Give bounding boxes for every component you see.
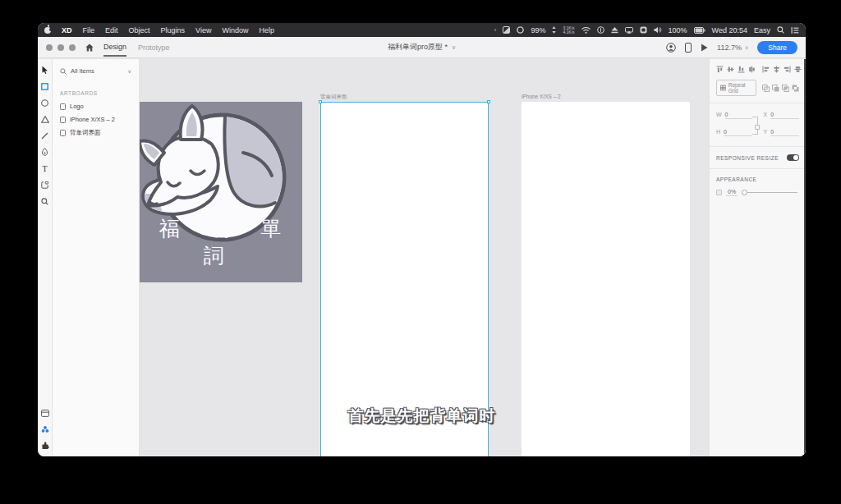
opacity-slider-knob[interactable] bbox=[742, 190, 747, 195]
opacity-slider[interactable] bbox=[742, 189, 799, 196]
select-tool-icon[interactable] bbox=[41, 66, 49, 74]
search-icon bbox=[60, 68, 67, 75]
layers-item-logo[interactable]: Logo bbox=[60, 103, 131, 110]
chevron-down-icon: ∨ bbox=[745, 44, 748, 50]
input-source-label[interactable]: Easy bbox=[754, 26, 770, 34]
net-down-text: 4.1K/s bbox=[563, 30, 574, 34]
airplay-display-icon[interactable] bbox=[625, 27, 633, 34]
chevron-down-icon: ∨ bbox=[128, 68, 131, 74]
battery-percent-text[interactable]: 99% bbox=[531, 26, 545, 34]
menu-app-name[interactable]: XD bbox=[62, 26, 72, 34]
repeat-grid-button[interactable]: Repeat Grid bbox=[716, 80, 756, 96]
screenshot-app-icon[interactable] bbox=[640, 26, 647, 34]
boolean-add-icon[interactable] bbox=[762, 85, 770, 92]
tools-toolbar: T bbox=[38, 59, 53, 456]
artboard-iphone[interactable] bbox=[522, 102, 690, 456]
menu-plugins[interactable]: Plugins bbox=[161, 26, 186, 34]
artboard-beidanci[interactable] bbox=[320, 102, 489, 456]
property-inspector: Repeat Grid W 0 X 0 bbox=[709, 59, 806, 456]
layers-item-iphone[interactable]: iPhone X/XS – 2 bbox=[60, 116, 131, 123]
circle-status-icon[interactable] bbox=[517, 26, 524, 34]
menubar-chevron-icon[interactable]: ‹ bbox=[494, 26, 497, 34]
polygon-tool-icon[interactable] bbox=[41, 115, 49, 123]
play-preview-icon[interactable] bbox=[701, 44, 708, 52]
align-bottom-icon[interactable] bbox=[738, 66, 745, 73]
layers-item-beidanci[interactable]: 背单词界面 bbox=[60, 129, 131, 137]
battery-icon[interactable] bbox=[694, 27, 705, 34]
align-right-icon[interactable] bbox=[784, 66, 791, 73]
zoom-tool-icon[interactable] bbox=[41, 197, 49, 205]
battery-percent-2-text: 100% bbox=[669, 26, 687, 34]
artboard-tool-icon[interactable] bbox=[41, 181, 49, 189]
video-subtitle: 首先是先把背单词时 bbox=[348, 405, 496, 427]
menu-file[interactable]: File bbox=[83, 26, 95, 34]
document-title[interactable]: 福利单词pro原型 * ∨ bbox=[388, 42, 456, 53]
layers-filter[interactable]: All Items ∨ bbox=[60, 67, 131, 82]
align-left-icon[interactable] bbox=[762, 66, 770, 73]
artboard-label-iphone[interactable]: iPhone X/XS – 2 bbox=[522, 94, 561, 99]
plugins-icon[interactable] bbox=[41, 442, 49, 450]
spotlight-search-icon[interactable] bbox=[777, 26, 784, 34]
lock-aspect-icon[interactable] bbox=[752, 117, 758, 135]
menu-edit[interactable]: Edit bbox=[105, 26, 118, 34]
menubar-clock[interactable]: Wed 20:54 bbox=[712, 26, 747, 34]
menu-help[interactable]: Help bbox=[259, 26, 274, 34]
height-field[interactable]: H 0 bbox=[716, 129, 752, 136]
apple-menu-icon[interactable] bbox=[44, 27, 51, 34]
volume-icon[interactable] bbox=[654, 26, 662, 34]
opacity-value[interactable]: 0% bbox=[726, 189, 738, 196]
width-field[interactable]: W 0 bbox=[716, 112, 752, 119]
artboard-label-beidanci[interactable]: 背单词界面 bbox=[320, 94, 347, 101]
responsive-resize-toggle[interactable] bbox=[787, 154, 799, 161]
boolean-exclude-icon[interactable] bbox=[792, 85, 799, 92]
wifi-icon[interactable] bbox=[581, 27, 591, 34]
artboards-section-label: ARTBOARDS bbox=[60, 90, 131, 96]
align-middle-icon[interactable] bbox=[727, 66, 734, 73]
mac-screen: XD File Edit Object Plugins View Window … bbox=[38, 23, 806, 456]
distribute-vertical-icon[interactable] bbox=[748, 66, 756, 73]
menu-view[interactable]: View bbox=[195, 26, 211, 34]
libraries-icon[interactable] bbox=[41, 425, 49, 433]
rectangle-tool-icon[interactable] bbox=[41, 82, 49, 90]
ellipse-tool-icon[interactable] bbox=[41, 99, 49, 107]
line-tool-icon[interactable] bbox=[41, 131, 49, 140]
boolean-subtract-icon[interactable] bbox=[772, 85, 779, 92]
artboard-icon bbox=[60, 103, 66, 110]
panel-scrollbar[interactable] bbox=[804, 59, 806, 456]
home-icon[interactable] bbox=[85, 44, 94, 52]
tab-design[interactable]: Design bbox=[103, 38, 126, 57]
menu-window[interactable]: Window bbox=[222, 26, 248, 34]
screen-split-icon[interactable] bbox=[503, 26, 510, 34]
opacity-swatch-icon[interactable] bbox=[716, 190, 722, 195]
window-controls bbox=[46, 44, 76, 51]
text-tool-icon[interactable]: T bbox=[41, 164, 49, 172]
alignment-toolbar bbox=[710, 59, 806, 78]
transform-section: W 0 X 0 H 0 Y 0 bbox=[710, 103, 806, 147]
design-canvas[interactable]: 福 利 單 詞 背单词界面 iPhone X/XS – 2 bbox=[140, 59, 709, 456]
eject-icon[interactable] bbox=[611, 27, 618, 34]
info-circle-icon[interactable] bbox=[597, 26, 604, 34]
resize-handle[interactable] bbox=[487, 100, 490, 103]
network-speed[interactable]: 3.1K/s 4.1K/s bbox=[563, 26, 574, 34]
x-field[interactable]: X 0 bbox=[764, 112, 800, 119]
y-field[interactable]: Y 0 bbox=[764, 129, 800, 136]
align-center-icon[interactable] bbox=[773, 66, 780, 73]
share-button[interactable]: Share bbox=[757, 41, 797, 54]
xd-title-bar: Design Prototype 福利单词pro原型 * ∨ 112.7% ∨ … bbox=[38, 37, 806, 58]
menubar-list-icon[interactable] bbox=[791, 27, 799, 34]
align-top-icon[interactable] bbox=[716, 66, 724, 73]
layers-panel-icon[interactable] bbox=[41, 409, 49, 417]
artboard-logo[interactable]: 福 利 單 詞 bbox=[140, 102, 302, 282]
device-preview-icon[interactable] bbox=[685, 43, 692, 53]
close-window-button[interactable] bbox=[46, 44, 53, 51]
menu-object[interactable]: Object bbox=[129, 26, 150, 34]
tab-prototype[interactable]: Prototype bbox=[138, 39, 170, 56]
resize-handle[interactable] bbox=[319, 100, 322, 103]
zoom-level-control[interactable]: 112.7% ∨ bbox=[717, 44, 748, 52]
pen-tool-icon[interactable] bbox=[41, 148, 49, 156]
zoom-window-button[interactable] bbox=[69, 44, 76, 51]
distribute-horizontal-icon[interactable] bbox=[794, 66, 802, 73]
avatar-icon[interactable] bbox=[666, 43, 676, 53]
boolean-intersect-icon[interactable] bbox=[782, 85, 789, 92]
minimize-window-button[interactable] bbox=[57, 44, 64, 51]
